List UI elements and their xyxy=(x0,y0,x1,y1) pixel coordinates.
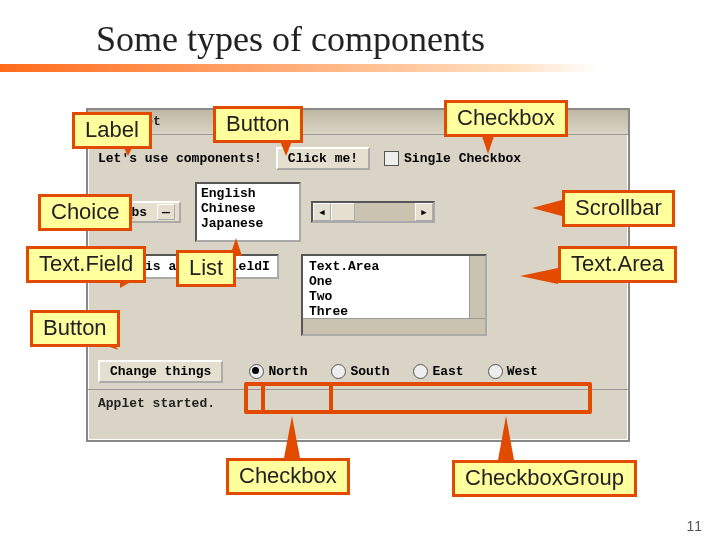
scrollbar-thumb[interactable] xyxy=(331,203,355,221)
pointer-icon xyxy=(284,416,300,458)
language-list[interactable]: English Chinese Japanese xyxy=(195,182,301,242)
radio-east[interactable] xyxy=(413,364,428,379)
callout-label: Label xyxy=(72,112,152,149)
change-things-button[interactable]: Change things xyxy=(98,360,223,383)
radio-west[interactable] xyxy=(488,364,503,379)
list-item[interactable]: Chinese xyxy=(201,201,295,216)
pointer-icon xyxy=(498,416,514,460)
pointer-icon xyxy=(532,200,562,216)
textarea-line: Two xyxy=(309,289,479,304)
single-checkbox-label: Single Checkbox xyxy=(404,151,521,166)
single-checkbox[interactable] xyxy=(384,151,399,166)
title-underline xyxy=(0,64,600,72)
scrollbar-track[interactable] xyxy=(355,203,415,221)
radio-west-label: West xyxy=(507,364,538,379)
callout-checkboxgroup: CheckboxGroup xyxy=(452,460,637,497)
callout-textfield: Text.Field xyxy=(26,246,146,283)
textarea-line: Text.Area xyxy=(309,259,479,274)
radio-north-label: North xyxy=(268,364,307,379)
callout-textarea: Text.Area xyxy=(558,246,677,283)
pointer-icon xyxy=(520,268,558,284)
callout-list: List xyxy=(176,250,236,287)
dropdown-icon: — xyxy=(157,204,175,220)
scroll-right-icon[interactable]: ▶ xyxy=(415,203,433,221)
callout-choice: Choice xyxy=(38,194,132,231)
textarea-line: Three xyxy=(309,304,479,319)
list-item[interactable]: English xyxy=(201,186,295,201)
list-item[interactable]: Japanese xyxy=(201,216,295,231)
textarea-line: One xyxy=(309,274,479,289)
callout-button-left: Button xyxy=(30,310,120,347)
textarea-hscroll[interactable] xyxy=(303,318,485,334)
callout-checkbox-top: Checkbox xyxy=(444,100,568,137)
radio-north[interactable] xyxy=(249,364,264,379)
radio-south-label: South xyxy=(350,364,389,379)
scroll-left-icon[interactable]: ◀ xyxy=(313,203,331,221)
callout-button-top: Button xyxy=(213,106,303,143)
caret-icon: I xyxy=(262,259,270,274)
demo-textarea[interactable]: Text.Area One Two Three xyxy=(301,254,487,336)
highlight-radio-group xyxy=(244,382,592,414)
horizontal-scrollbar[interactable]: ◀ ▶ xyxy=(311,201,435,223)
callout-checkbox-bottom: Checkbox xyxy=(226,458,350,495)
callout-scrollbar: Scrollbar xyxy=(562,190,675,227)
radio-south[interactable] xyxy=(331,364,346,379)
radio-east-label: East xyxy=(432,364,463,379)
slide-title: Some types of components xyxy=(96,18,485,60)
page-number: 11 xyxy=(686,518,702,534)
